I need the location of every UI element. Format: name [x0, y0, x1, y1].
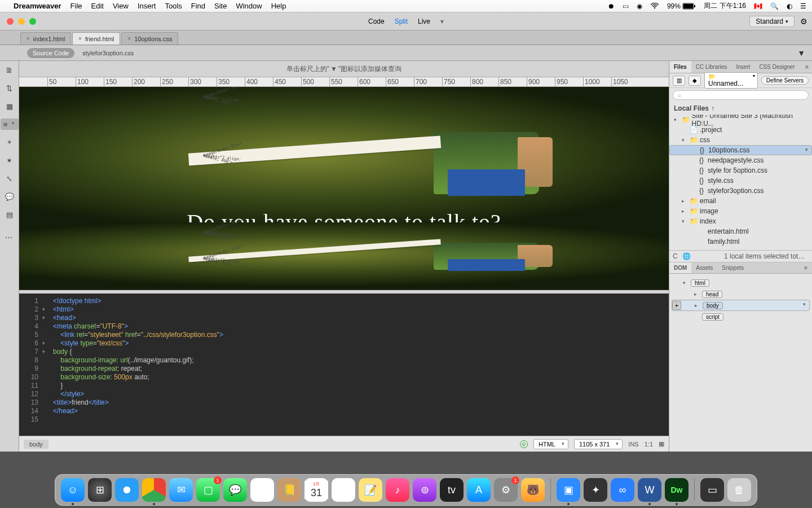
tool-manage-icon[interactable]: ⇅: [4, 82, 15, 94]
tree-node[interactable]: ▸📁email: [669, 196, 812, 206]
close-button[interactable]: [7, 18, 14, 25]
code-editor[interactable]: 12▾3▾456▾7▾89101112131415 <!doctype html…: [19, 294, 669, 436]
dock-reminders[interactable]: ☰: [332, 478, 355, 502]
tree-node[interactable]: {}style for 5option.css: [669, 165, 812, 176]
dock-todesk[interactable]: ∞: [611, 478, 634, 502]
dom-node[interactable]: ▸head: [672, 288, 810, 300]
dock-notes[interactable]: 📝: [359, 478, 382, 502]
dom-node[interactable]: script: [672, 311, 810, 322]
battery-status[interactable]: 99%: [667, 2, 696, 10]
tree-node[interactable]: {}10options.css: [669, 145, 812, 155]
tree-node[interactable]: ▸📁image: [669, 206, 812, 216]
dock-finder[interactable]: ☺: [61, 478, 85, 502]
close-tab-icon[interactable]: ×: [127, 36, 131, 42]
clock[interactable]: 周二 下午1:16: [704, 1, 746, 11]
menu-file[interactable]: File: [70, 2, 82, 10]
tab-snippets[interactable]: Snippets: [717, 262, 748, 273]
tree-node[interactable]: entertain.html: [669, 226, 812, 237]
cc-icon[interactable]: ◉: [637, 2, 642, 10]
panel-menu-icon[interactable]: ≡: [802, 61, 812, 73]
dock-trash[interactable]: 🗑: [727, 478, 751, 502]
doc-tab[interactable]: ×index1.html: [20, 32, 71, 45]
local-files-header[interactable]: Local Files ↑: [669, 102, 812, 115]
preview-icon[interactable]: ▦: [659, 440, 664, 448]
dock-safari[interactable]: [115, 478, 139, 502]
input-flag[interactable]: 🇨🇦: [754, 2, 762, 10]
tool-live-icon[interactable]: ≡: [1, 119, 19, 130]
display-icon[interactable]: ▭: [623, 2, 629, 10]
menu-site[interactable]: Site: [214, 2, 227, 10]
tool-file-icon[interactable]: 🗎: [4, 64, 15, 76]
tool-more-icon[interactable]: ⋯: [4, 231, 15, 243]
dock-music[interactable]: ♪: [386, 478, 409, 502]
dom-node[interactable]: +▸body: [672, 300, 810, 311]
dock-contacts[interactable]: 📒: [277, 478, 301, 502]
dock-dreamweaver[interactable]: Dw: [665, 478, 689, 502]
ruler[interactable]: 5010015020025030035040045050055060065070…: [19, 77, 669, 87]
refresh-icon[interactable]: C: [673, 252, 678, 260]
dock-recent[interactable]: ▭: [700, 478, 724, 502]
zoom-button[interactable]: [29, 18, 36, 25]
workspace-switcher[interactable]: Standard ▾: [749, 16, 795, 27]
spotlight-icon[interactable]: 🔍: [770, 2, 779, 10]
tree-node[interactable]: ▾📁index: [669, 216, 812, 226]
menu-tools[interactable]: Tools: [165, 2, 182, 10]
tree-node[interactable]: {}needpagestyle.css: [669, 155, 812, 165]
doc-tab[interactable]: ×10options.css: [121, 32, 178, 45]
wifi-icon[interactable]: [650, 3, 659, 9]
tool-collapse-icon[interactable]: ✶: [4, 155, 15, 166]
filter-icon[interactable]: ▼: [797, 49, 805, 58]
close-tab-icon[interactable]: ×: [27, 36, 30, 42]
tree-node[interactable]: ▾📁css: [669, 135, 812, 145]
dock-tv[interactable]: tv: [440, 478, 464, 502]
screenrec-icon[interactable]: ⏺: [608, 2, 615, 10]
menu-help[interactable]: Help: [271, 2, 286, 10]
sort-icon[interactable]: ↑: [711, 104, 714, 112]
tab-cc-libraries[interactable]: CC Libraries: [691, 61, 732, 73]
insert-mode[interactable]: INS: [628, 441, 638, 448]
tree-node[interactable]: {}stylefor3option.css: [669, 186, 812, 196]
minimize-button[interactable]: [18, 18, 25, 25]
menu-window[interactable]: Window: [236, 2, 262, 10]
siri-icon[interactable]: ◐: [787, 2, 792, 10]
no-errors-icon[interactable]: ⊘: [520, 440, 528, 448]
sync-settings-icon[interactable]: ⚙: [800, 17, 807, 26]
dock-launchpad[interactable]: ⊞: [88, 478, 112, 502]
tab-files[interactable]: Files: [669, 61, 691, 73]
dock-fcp[interactable]: ✦: [584, 478, 607, 502]
files-search[interactable]: ⌕: [673, 90, 809, 100]
tool-comment-icon[interactable]: 💬: [4, 191, 15, 202]
add-element-icon[interactable]: +: [672, 301, 681, 310]
dock-mail[interactable]: ✉: [169, 478, 193, 502]
dock-appstore[interactable]: A: [467, 478, 491, 502]
tag-breadcrumb[interactable]: body: [24, 440, 48, 449]
menu-view[interactable]: View: [113, 2, 129, 10]
dock-chrome[interactable]: [142, 478, 166, 502]
tool-format-icon[interactable]: ⤡: [4, 173, 15, 184]
dock-messages[interactable]: 💬: [223, 478, 247, 502]
tree-node[interactable]: ▾📁Site - Unnamed Site 3 (Macintosh HD:U.…: [669, 115, 812, 125]
view-live[interactable]: Live: [418, 17, 430, 25]
tree-node[interactable]: {}style.css: [669, 176, 812, 186]
globe-icon[interactable]: 🌐: [682, 252, 691, 260]
dock-podcasts[interactable]: ⊚: [413, 478, 436, 502]
app-name[interactable]: Dreamweaver: [14, 2, 61, 10]
menu-insert[interactable]: Insert: [138, 2, 156, 10]
view-dropdown-icon[interactable]: ▾: [440, 17, 444, 25]
view-code[interactable]: Code: [368, 17, 385, 25]
doctype-select[interactable]: HTML: [533, 439, 568, 449]
tool-inspect-icon[interactable]: ⌖: [4, 137, 15, 148]
file-tree[interactable]: ▾📁Site - Unnamed Site 3 (Macintosh HD:U.…: [669, 115, 812, 250]
dock-calendar[interactable]: 3月31: [304, 478, 328, 502]
tab-css-designer[interactable]: CSS Designer: [754, 61, 799, 73]
define-servers-button[interactable]: Define Servers: [761, 76, 809, 85]
tool-expand-icon[interactable]: ▦: [4, 100, 15, 112]
dock-word[interactable]: W: [638, 478, 661, 502]
window-size-select[interactable]: 1105 x 371: [574, 439, 623, 449]
menu-find[interactable]: Find: [191, 2, 205, 10]
dock-photos[interactable]: ✿: [250, 478, 274, 502]
dock-zoom[interactable]: ▣: [557, 478, 580, 502]
dock-settings[interactable]: ⚙1: [494, 478, 518, 502]
tab-assets[interactable]: Assets: [691, 262, 717, 273]
dom-tree[interactable]: ▾html▸head+▸bodyscript: [669, 274, 812, 452]
